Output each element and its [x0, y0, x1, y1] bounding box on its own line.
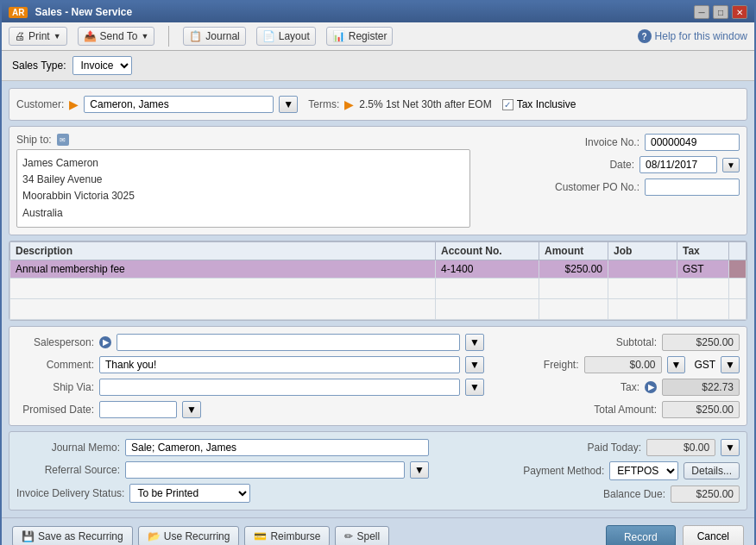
freight-value: $0.00 — [584, 356, 662, 373]
row-amount: $250.00 — [539, 260, 608, 278]
col-extra — [729, 241, 747, 260]
record-label: Record — [624, 531, 658, 543]
cancel-label: Cancel — [697, 530, 729, 542]
freight-tax-dropdown-button[interactable]: ▼ — [721, 356, 740, 373]
sales-type-label: Sales Type: — [12, 60, 66, 72]
invoice-number-input[interactable] — [645, 134, 740, 151]
invoice-date-input[interactable] — [639, 156, 717, 173]
journal-panel: Journal Memo: Referral Source: ▼ Invoice… — [9, 431, 747, 511]
send-to-button[interactable]: 📤 Send To ▼ — [78, 27, 155, 46]
ship-via-input[interactable] — [99, 379, 460, 396]
reimburse-button[interactable]: 💳 Reimburse — [244, 526, 330, 545]
salesperson-input[interactable] — [117, 334, 460, 351]
help-button[interactable]: ? Help for this window — [638, 29, 747, 43]
delivery-select[interactable]: To be Printed — [129, 484, 250, 503]
salesperson-label: Salesperson: — [16, 336, 94, 348]
comment-dropdown-button[interactable]: ▼ — [465, 356, 484, 373]
ship-icon[interactable]: ✉ — [57, 134, 69, 146]
terms-field-group: Terms: ▶ 2.5% 1st Net 30th after EOM — [308, 97, 491, 111]
close-button[interactable]: ✕ — [732, 5, 747, 19]
ship-address-box: James Cameron 34 Bailey Avenue Moorabbin… — [16, 149, 470, 228]
cancel-button[interactable]: Cancel — [683, 525, 744, 545]
save-recurring-icon: 💾 — [22, 530, 35, 542]
table-row-empty-1[interactable] — [10, 278, 747, 298]
row-account-no: 4-1400 — [436, 260, 539, 278]
comment-label: Comment: — [16, 359, 94, 371]
promised-date-dropdown-button[interactable]: ▼ — [182, 401, 201, 418]
freight-dropdown-button[interactable]: ▼ — [667, 356, 686, 373]
help-label: Help for this window — [655, 30, 747, 42]
invoice-fields: Invoice No.: Date: ▼ Customer PO No.: — [481, 134, 740, 196]
col-account-no: Account No. — [436, 241, 539, 260]
customer-dropdown-button[interactable]: ▼ — [279, 96, 298, 113]
sales-type-select[interactable]: Invoice — [72, 56, 132, 75]
ship-col: Ship to: ✉ James Cameron 34 Bailey Avenu… — [16, 134, 470, 228]
use-recurring-icon: 📂 — [148, 530, 161, 542]
print-button[interactable]: 🖨 Print ▼ — [9, 27, 67, 46]
ship-via-dropdown-button[interactable]: ▼ — [465, 379, 484, 396]
tax-inclusive-checkbox[interactable]: ✓ — [502, 99, 513, 110]
layout-button[interactable]: 📄 Layout — [256, 27, 316, 46]
ship-to-label: Ship to: — [16, 134, 52, 146]
line-items-panel: Description Account No. Amount Job Tax A… — [9, 241, 747, 321]
total-label: Total Amount: — [579, 404, 657, 416]
tax-inclusive-label: Tax Inclusive — [517, 98, 576, 110]
record-button[interactable]: Record — [606, 525, 676, 545]
use-recurring-button[interactable]: 📂 Use Recurring — [138, 526, 240, 545]
empty-cell — [10, 298, 436, 319]
referral-dropdown-button[interactable]: ▼ — [410, 461, 429, 479]
spell-button[interactable]: ✏ Spell — [335, 526, 389, 545]
address-line3: Moorabbin Victoria 3025 — [22, 188, 464, 204]
subtotal-value: $250.00 — [662, 334, 740, 351]
invoice-number-label: Invoice No.: — [585, 136, 639, 148]
total-row: Total Amount: $250.00 — [498, 401, 740, 418]
main-window: AR Sales - New Service ─ □ ✕ 🖨 Print ▼ 📤… — [0, 0, 756, 545]
journal-button[interactable]: 📋 Journal — [183, 27, 245, 46]
comment-input[interactable] — [99, 356, 460, 373]
referral-label: Referral Source: — [16, 464, 120, 476]
terms-nav-icon[interactable]: ▶ — [344, 97, 354, 111]
payment-method-row: Payment Method: EFTPOS Details... — [446, 461, 740, 480]
toolbar-separator-1 — [168, 26, 169, 47]
delivery-label: Invoice Delivery Status: — [16, 487, 124, 499]
save-recurring-button[interactable]: 💾 Save as Recurring — [12, 526, 133, 545]
journal-icon: 📋 — [189, 30, 202, 42]
customer-nav-icon[interactable]: ▶ — [69, 97, 79, 111]
invoice-po-input[interactable] — [645, 179, 740, 196]
payment-method-select[interactable]: EFTPOS — [609, 461, 678, 480]
register-button[interactable]: 📊 Register — [326, 27, 394, 46]
toolbar: 🖨 Print ▼ 📤 Send To ▼ 📋 Journal 📄 Layout… — [2, 22, 754, 51]
use-recurring-label: Use Recurring — [164, 530, 230, 542]
row-extra — [729, 260, 747, 278]
maximize-button[interactable]: □ — [713, 5, 728, 19]
tax-value: $22.73 — [662, 379, 740, 396]
footer-left-buttons: 💾 Save as Recurring 📂 Use Recurring 💳 Re… — [12, 526, 389, 545]
title-bar: AR Sales - New Service ─ □ ✕ — [2, 2, 754, 22]
promised-date-input[interactable] — [99, 401, 177, 418]
paid-today-dropdown-button[interactable]: ▼ — [721, 439, 740, 456]
footer-right-buttons: Record Cancel — [606, 525, 744, 545]
salesperson-nav-icon[interactable]: ▶ — [99, 336, 111, 348]
date-picker-button[interactable]: ▼ — [722, 158, 740, 172]
tax-row: Tax: ▶ $22.73 — [498, 379, 740, 396]
freight-row: Freight: $0.00 ▼ GST ▼ — [498, 356, 740, 373]
salesperson-dropdown-button[interactable]: ▼ — [465, 334, 484, 351]
tax-info-icon[interactable]: ▶ — [645, 381, 657, 393]
help-icon: ? — [638, 29, 652, 43]
referral-input[interactable] — [125, 461, 405, 479]
customer-panel: Customer: ▶ ▼ Terms: ▶ 2.5% 1st Net 30th… — [9, 88, 747, 121]
send-to-dropdown-arrow: ▼ — [141, 32, 148, 41]
customer-input[interactable] — [84, 96, 274, 113]
table-row[interactable]: Annual membership fee 4-1400 $250.00 GST — [10, 260, 747, 278]
table-row-empty-2[interactable] — [10, 298, 747, 319]
details-label: Details... — [691, 465, 732, 477]
balance-due-row: Balance Due: $250.00 — [446, 485, 740, 503]
minimize-button[interactable]: ─ — [694, 5, 709, 19]
details-button[interactable]: Details... — [684, 462, 740, 479]
paid-today-value: $0.00 — [646, 439, 715, 456]
col-description: Description — [10, 241, 436, 260]
main-content: Customer: ▶ ▼ Terms: ▶ 2.5% 1st Net 30th… — [2, 81, 754, 517]
journal-memo-input[interactable] — [125, 439, 429, 456]
freight-tax-label: GST — [694, 359, 715, 371]
print-label: Print — [28, 30, 50, 42]
